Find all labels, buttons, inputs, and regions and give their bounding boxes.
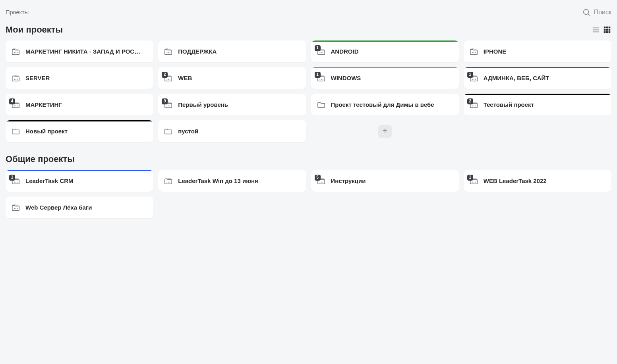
project-card[interactable]: МАРКЕТИНГ НИКИТА - ЗАПАД И РОС… [6,40,153,62]
add-project-button[interactable] [311,120,459,142]
project-title: IPHONE [484,48,507,55]
project-title: LeaderTask CRM [25,177,73,184]
count-badge: 1 [467,175,473,181]
project-card[interactable]: 1WINDOWS [311,67,459,89]
project-card[interactable]: пустой [158,120,306,142]
svg-point-26 [14,79,15,79]
topbar: Проекты Поиск [6,6,611,25]
search-button[interactable]: Поиск [582,8,611,17]
list-view-icon[interactable] [592,25,600,34]
svg-point-62 [15,208,16,209]
svg-point-45 [474,105,474,106]
folder-multi-icon: 1 [317,47,326,56]
svg-point-16 [17,52,18,53]
folder-multi-icon: 4 [11,100,21,109]
project-card[interactable]: 2Тестовый проект [464,94,611,116]
svg-point-18 [168,52,169,53]
svg-point-50 [15,181,16,182]
project-card[interactable]: Новый проект [6,120,153,142]
svg-rect-2 [593,27,600,29]
svg-point-41 [167,105,168,106]
svg-point-28 [17,79,18,79]
search-icon [582,8,591,17]
project-title: SERVER [25,75,50,81]
svg-point-43 [170,105,170,106]
svg-point-25 [475,52,476,53]
svg-point-51 [17,181,18,182]
project-card[interactable]: IPHONE [464,40,611,62]
svg-point-32 [319,79,320,79]
folder-multi-icon: 1 [11,177,21,185]
svg-point-46 [475,105,476,106]
project-card[interactable]: Проект тестовый для Димы в вебе [311,94,459,116]
project-card[interactable]: 2WEB [158,67,306,89]
svg-point-39 [15,105,16,106]
folder-multi-icon: 9 [164,100,173,109]
svg-point-52 [167,181,168,182]
folder-multi-icon: 1 [317,74,326,83]
project-card[interactable]: 1ANDROID [311,40,459,62]
svg-rect-13 [609,31,611,33]
project-title: Проект тестовый для Димы в вебе [331,101,434,108]
svg-point-55 [319,181,320,182]
project-title: ANDROID [331,48,359,55]
svg-point-42 [168,105,169,106]
count-badge: 4 [9,98,15,104]
svg-point-15 [15,52,16,53]
project-card[interactable]: Web Сервер Лёха баги [6,196,153,218]
section-title-my: Мои проекты [6,25,63,35]
count-badge: 1 [315,72,321,78]
project-title: пустой [178,128,198,135]
projects-grid-my: МАРКЕТИНГ НИКИТА - ЗАПАД И РОС… ПОДДЕРЖК… [6,40,611,142]
svg-point-44 [472,105,473,106]
project-card[interactable]: 1LeaderTask CRM [6,170,153,192]
project-card[interactable]: 9Первый уровень [158,94,306,116]
project-title: Web Сервер Лёха баги [25,204,92,211]
count-badge: 5 [315,175,321,181]
svg-point-29 [167,79,168,79]
grid-view-icon[interactable] [603,25,611,34]
svg-point-61 [14,208,15,209]
svg-rect-3 [593,29,600,31]
svg-point-21 [321,52,322,53]
svg-point-56 [321,181,322,182]
svg-point-58 [472,181,473,182]
project-card[interactable]: 1АДМИНКА, ВЕБ, САЙТ [464,67,611,89]
svg-rect-5 [604,27,606,29]
folder-multi-icon [469,47,479,56]
section-title-shared: Общие проекты [6,154,75,164]
count-badge: 2 [467,98,473,104]
project-title: WEB LeaderTask 2022 [484,177,547,184]
svg-point-63 [17,208,18,209]
section-header-my: Мои проекты [6,25,611,35]
svg-point-19 [170,52,170,53]
breadcrumb[interactable]: Проекты [6,9,29,15]
project-card[interactable]: SERVER [6,67,153,89]
svg-point-17 [167,52,168,53]
project-card[interactable]: 5Инструкции [311,170,459,192]
search-label: Поиск [594,9,611,16]
project-title: АДМИНКА, ВЕБ, САЙТ [484,75,549,81]
count-badge: 9 [162,98,168,104]
svg-point-31 [170,79,170,79]
svg-rect-6 [606,27,608,29]
folder-multi-icon: 1 [469,177,479,185]
project-card[interactable]: LeaderTask Win до 13 июня [158,170,306,192]
project-card[interactable]: 1WEB LeaderTask 2022 [464,170,611,192]
svg-point-57 [322,181,323,182]
svg-rect-7 [609,27,611,29]
folder-icon [164,127,173,136]
svg-point-33 [321,79,322,79]
project-card[interactable]: ПОДДЕРЖКА [158,40,306,62]
svg-point-27 [15,79,16,79]
project-title: Первый уровень [178,101,228,108]
folder-multi-icon [11,74,21,83]
svg-point-20 [319,52,320,53]
svg-point-53 [168,181,169,182]
view-toggles [592,25,611,34]
count-badge: 2 [162,72,168,78]
folder-multi-icon [164,47,173,56]
folder-multi-icon: 2 [164,74,173,83]
svg-point-38 [14,105,15,106]
project-card[interactable]: 4МАРКЕТИНГ [6,94,153,116]
